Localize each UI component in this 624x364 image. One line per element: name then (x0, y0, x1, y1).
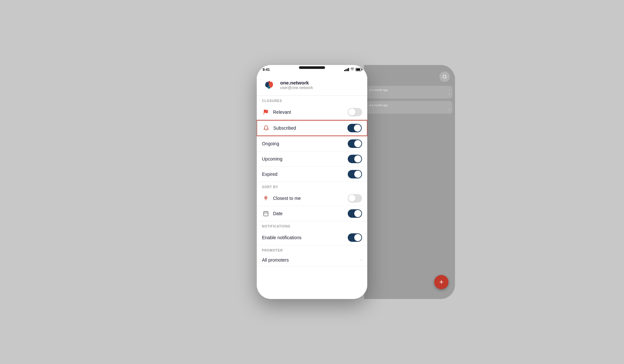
closest-to-me-label: Closest to me (273, 196, 344, 201)
profile-header: one.network user@one.network (257, 74, 367, 96)
svg-point-6 (266, 197, 266, 198)
calendar-icon (262, 210, 270, 217)
relevant-label: Relevant (273, 110, 344, 115)
bell-icon (262, 124, 270, 132)
bg-chevron-1: › (369, 92, 450, 96)
profile-info: one.network user@one.network (280, 80, 362, 91)
relevant-toggle[interactable] (348, 108, 362, 116)
enable-notifications-toggle[interactable] (348, 233, 362, 242)
upcoming-toggle[interactable] (348, 155, 362, 163)
relevant-row[interactable]: Relevant (257, 105, 367, 120)
sort-by-section-label: SORT BY (257, 182, 367, 191)
all-promoters-chevron: › (360, 257, 362, 263)
wifi-icon (350, 68, 354, 72)
user-email: user@one.network (280, 85, 362, 91)
app-logo (262, 78, 276, 92)
bg-card-2: d a month ago › (367, 101, 452, 114)
battery-icon (356, 68, 361, 71)
bg-card-2-text: d a month ago (369, 104, 450, 107)
ongoing-row[interactable]: Ongoing (257, 136, 367, 151)
fab-plus-icon: + (439, 278, 444, 286)
subscribed-row[interactable]: Subscribed (257, 120, 367, 136)
fab-button[interactable]: + (434, 275, 448, 289)
svg-point-0 (443, 75, 446, 78)
bg-card-1-text: d a month ago (369, 88, 450, 92)
ongoing-toggle[interactable] (348, 139, 362, 148)
svg-line-1 (446, 78, 447, 79)
enable-notifications-label: Enable notifications (262, 235, 344, 240)
svg-rect-7 (264, 212, 268, 216)
date-label: Date (273, 211, 344, 216)
phone-content: one.network user@one.network CLOSURES Re… (257, 74, 367, 299)
all-promoters-row[interactable]: All promoters › (257, 254, 367, 266)
signal-bars-icon (344, 68, 349, 71)
subscribed-toggle[interactable] (347, 124, 362, 132)
upcoming-row[interactable]: Upcoming (257, 151, 367, 167)
closest-to-me-row[interactable]: Closest to me (257, 191, 367, 206)
expired-label: Expired (262, 172, 344, 177)
bg-chevron-2: › (369, 108, 450, 111)
closest-to-me-toggle[interactable] (348, 194, 362, 202)
expired-row[interactable]: Expired (257, 167, 367, 182)
flag-icon (262, 108, 270, 116)
all-promoters-label: All promoters (262, 257, 357, 263)
subscribed-label: Subscribed (273, 125, 344, 131)
date-toggle[interactable] (348, 209, 362, 218)
ongoing-label: Ongoing (262, 141, 344, 146)
notch (299, 66, 325, 69)
status-icons (344, 68, 361, 72)
notifications-section-label: NOTIFICATIONS (257, 221, 367, 230)
app-name: one.network (280, 80, 362, 85)
date-row[interactable]: Date (257, 206, 367, 221)
bg-card-1: d a month ago › (367, 86, 452, 98)
status-time: 9:41 (263, 68, 270, 72)
svg-point-2 (352, 70, 353, 71)
status-bar: 9:41 (257, 65, 367, 74)
promoter-section-label: PROMOTER (257, 245, 367, 254)
location-pin-icon (262, 194, 270, 202)
search-icon[interactable] (439, 72, 450, 82)
closures-section-label: CLOSURES (257, 96, 367, 105)
expired-toggle[interactable] (348, 170, 362, 178)
upcoming-label: Upcoming (262, 156, 344, 162)
enable-notifications-row[interactable]: Enable notifications (257, 230, 367, 245)
